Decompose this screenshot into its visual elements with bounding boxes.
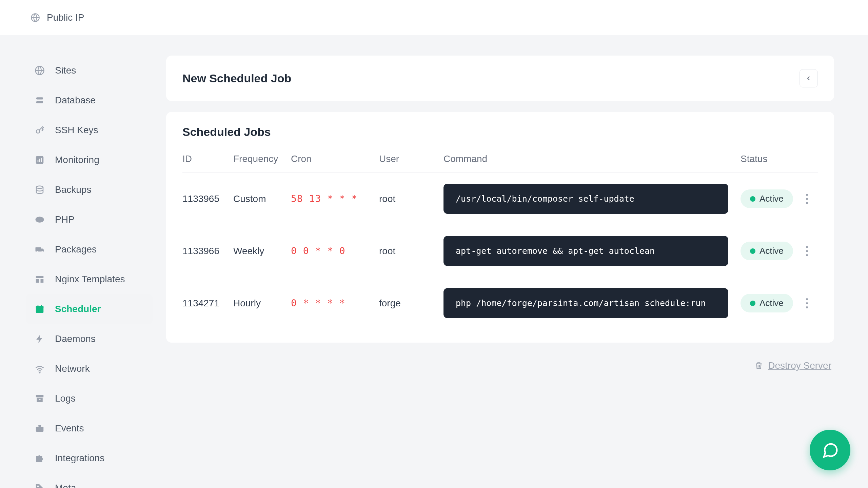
sidebar-item-label: Integrations [55,453,104,464]
public-ip-label: Public IP [47,12,84,23]
sidebar-item-label: Nginx Templates [55,274,125,285]
jobs-table: ID Frequency Cron User Command Status 11… [182,147,818,329]
php-icon [34,214,45,225]
sidebar-item-nginx[interactable]: Nginx Templates [26,264,153,294]
sidebar-item-label: SSH Keys [55,125,98,136]
bolt-icon [34,333,45,345]
sidebar-item-meta[interactable]: Meta [26,473,153,488]
svg-rect-24 [39,399,41,400]
main-content: New Scheduled Job Scheduled Jobs ID Freq… [166,35,868,488]
svg-point-13 [41,251,43,253]
help-chat-button[interactable] [810,430,850,470]
tag-icon [34,482,45,488]
col-command: Command [443,147,741,173]
row-actions-button[interactable] [802,246,812,256]
svg-point-10 [36,217,44,223]
cell-cron: 0 * * * * [291,298,346,309]
svg-rect-22 [36,395,44,397]
cell-command: /usr/local/bin/composer self-update [443,184,728,214]
status-dot-icon [750,248,755,254]
col-cron: Cron [291,147,379,173]
wifi-icon [34,363,45,374]
sidebar-item-label: Scheduler [55,304,101,314]
svg-rect-18 [36,306,44,308]
svg-point-27 [37,486,39,487]
sidebar-item-monitoring[interactable]: Monitoring [26,145,153,175]
briefcase-icon [34,423,45,434]
cell-cron: 0 0 * * 0 [291,245,346,257]
sidebar-item-daemons[interactable]: Daemons [26,324,153,354]
sidebar-item-label: PHP [55,214,75,225]
sidebar-item-label: Backups [55,184,91,195]
svg-point-12 [37,251,38,253]
col-user: User [379,147,443,173]
destroy-server-link[interactable]: Destroy Server [768,360,831,371]
sidebar-item-sshkeys[interactable]: SSH Keys [26,115,153,145]
sidebar-item-label: Daemons [55,333,96,344]
sidebar-item-packages[interactable]: Packages [26,235,153,264]
sidebar-item-label: Database [55,95,96,106]
table-row: 1133966 Weekly 0 0 * * 0 root apt-get au… [182,225,818,277]
svg-rect-25 [36,427,44,432]
status-badge: Active [741,189,793,208]
sidebar-item-label: Packages [55,244,97,255]
new-job-title: New Scheduled Job [182,72,291,85]
sidebar-item-php[interactable]: PHP [26,205,153,235]
cell-frequency: Hourly [233,277,291,329]
sidebar-item-label: Sites [55,65,76,76]
svg-rect-14 [36,276,44,278]
svg-rect-20 [41,305,42,307]
truck-icon [34,244,45,255]
sidebar-item-network[interactable]: Network [26,354,153,384]
sidebar-item-backups[interactable]: Backups [26,175,153,205]
cell-command: apt-get autoremove && apt-get autoclean [443,236,728,266]
row-actions-button[interactable] [802,194,812,204]
topbar: Public IP [0,0,868,35]
destroy-server-row: Destroy Server [166,353,834,371]
col-frequency: Frequency [233,147,291,173]
new-job-card: New Scheduled Job [166,56,834,101]
svg-rect-8 [41,158,42,162]
svg-point-9 [36,186,43,189]
table-row: 1133965 Custom 58 13 * * * root /usr/loc… [182,173,818,225]
cell-frequency: Weekly [233,225,291,277]
table-row: 1134271 Hourly 0 * * * * forge php /home… [182,277,818,329]
status-dot-icon [750,301,755,306]
svg-rect-6 [38,160,39,162]
sidebar-item-events[interactable]: Events [26,413,153,443]
status-dot-icon [750,196,755,202]
svg-rect-26 [38,425,41,427]
globe-icon [31,13,40,22]
cell-id: 1134271 [182,277,233,329]
sidebar-item-label: Network [55,363,90,374]
scheduled-jobs-card: Scheduled Jobs ID Frequency Cron User Co… [166,112,834,343]
scheduled-jobs-title: Scheduled Jobs [182,125,818,139]
row-actions-button[interactable] [802,298,812,308]
collapse-button[interactable] [800,69,818,87]
cell-cron: 58 13 * * * [291,193,357,204]
sidebar-item-label: Monitoring [55,155,99,165]
cell-id: 1133965 [182,173,233,225]
svg-point-21 [39,372,40,373]
sidebar-item-sites[interactable]: Sites [26,56,153,85]
sidebar-item-integrations[interactable]: Integrations [26,443,153,473]
svg-rect-2 [36,97,43,99]
cell-command: php /home/forge/parsinta.com/artisan sch… [443,288,728,318]
cell-user: root [379,173,443,225]
svg-rect-16 [41,279,44,283]
svg-rect-15 [36,279,39,283]
status-badge: Active [741,294,793,312]
svg-rect-3 [36,101,43,103]
cell-user: root [379,225,443,277]
col-id: ID [182,147,233,173]
cell-id: 1133966 [182,225,233,277]
public-ip-item[interactable]: Public IP [31,12,84,23]
sidebar-item-scheduler[interactable]: Scheduler [26,294,153,324]
archive-icon [34,393,45,404]
cell-frequency: Custom [233,173,291,225]
globe-icon [34,65,45,76]
sidebar-item-logs[interactable]: Logs [26,384,153,413]
sidebar-item-database[interactable]: Database [26,85,153,115]
database-icon [34,95,45,106]
template-icon [34,273,45,285]
